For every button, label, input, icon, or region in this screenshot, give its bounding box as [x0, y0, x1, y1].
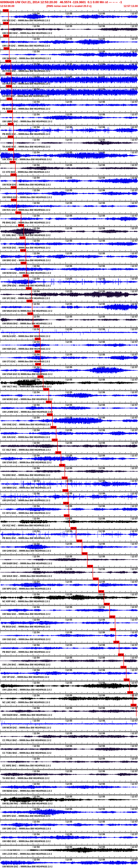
trace-row[interactable]: xT 4UW WPO EHZ -- 99999.0km BW HIGHPASS … — [0, 578, 138, 590]
pick-flag-badge[interactable]: xT 4 — [113, 641, 119, 644]
trace-row[interactable]: TA I05D BHZ -- 99999.0km BW HIGHPASS 2.0… — [0, 767, 138, 780]
trace-row[interactable]: xT 4UW SP2 BHZ -- 99999.0km BW HIGHPASS … — [0, 287, 138, 300]
trace-row[interactable]: xT 4UW BLN EHZ -- 99999.0km BW HIGHPASS … — [0, 325, 138, 338]
trace-row[interactable]: xT 4UW RRHS EHZ -- 99999.0km BW HIGHPASS… — [0, 186, 138, 199]
trace-row[interactable]: xT 4UW WA2 EHZ -- 99999.0km BW HIGHPASS … — [0, 603, 138, 616]
trace-row[interactable]: UW BPO EHZ -- 99999.0km BW HIGHPASS 2.0 … — [0, 805, 138, 817]
pick-flag-badge[interactable]: xT 4 — [55, 451, 61, 454]
pick-flag-badge[interactable]: xT 4 — [43, 388, 49, 391]
pick-flag-badge[interactable]: xT 4 — [76, 539, 82, 542]
trace-row[interactable]: xT 4PB B019 EHZ -- 99999.0km BW HIGHPASS… — [0, 616, 138, 628]
pick-flag-badge[interactable]: xT 4 — [110, 628, 116, 631]
trace-row[interactable]: xT 4UW MORO EHZ -- 99999.0km BW HIGHPASS… — [0, 388, 138, 401]
trace-row[interactable]: xT 4UW LON BHZ -- 99999.0km BW HIGHPASS … — [0, 653, 138, 666]
pick-flag-badge[interactable]: xT 4 — [27, 312, 33, 315]
trace-row[interactable]: xT 4UW JORV EHZ -- 99999.0km BW HIGHPASS… — [0, 148, 138, 161]
trace-row[interactable]: xT 4UW IONE EHZ -- 99999.0km BW HIGHPASS… — [0, 413, 138, 426]
trace-row[interactable]: xT 4UO IRO EHZ -- 99999.0km BW HIGHPASS … — [0, 85, 138, 98]
trace-row[interactable]: xT 4UW BABR BHZ -- 99999.0km BW HIGHPASS… — [0, 552, 138, 565]
trace-row[interactable]: UW LCCR HHZ -- 99999.0km BW HIGHPASS 2.0… — [0, 843, 138, 855]
pick-flag-badge[interactable]: xT 4 — [18, 224, 24, 227]
pick-flag-badge[interactable]: xT 4 — [11, 199, 16, 202]
trace-row[interactable]: xT 4UW OT3 EHZ -- 99999.0km BW HIGHPASS … — [0, 350, 138, 363]
pick-flag-badge[interactable]: xT 4 — [6, 98, 12, 100]
trace-row[interactable]: xT 4UW LVR EHZ -- 99999.0km BW HIGHPASS … — [0, 35, 138, 47]
trace-row[interactable]: xT 4PB B927 EHZ -- 99999.0km BW HIGHPASS… — [0, 641, 138, 653]
pick-flag-badge[interactable]: xT 4 — [10, 174, 16, 176]
trace-row[interactable]: xT 4UW UMPQ EHZ -- 99999.0km BW HIGHPASS… — [0, 110, 138, 123]
trace-row[interactable]: xT 4CN VGZ HHZ -- 99999.0km BW HIGHPASS … — [0, 514, 138, 527]
trace-row[interactable]: xT 4UW RCB EHZ -- 99999.0km BW HIGHPASS … — [0, 237, 138, 249]
pick-flag-badge[interactable]: xT 4 — [20, 237, 25, 239]
trace-row[interactable]: xT 4UW LKWW EHZ -- 99999.0km BW HIGHPASS… — [0, 401, 138, 413]
trace-row[interactable]: xT 4NC KRP HHZ -- 99999.0km BW HIGHPASS … — [0, 590, 138, 603]
trace-row[interactable]: xT 4UW JUN EHZ -- 99999.0km BW HIGHPASS … — [0, 426, 138, 439]
trace-row[interactable]: xT 4UW GHW EHZ -- 99999.0km BW HIGHPASS … — [0, 539, 138, 552]
trace-row[interactable]: UW BEND EHZ -- 99999.0km BW HIGHPASS 2.0… — [0, 780, 138, 792]
pick-flag-badge[interactable]: xT 4 — [34, 325, 39, 328]
pick-flag-badge[interactable]: xT 4 — [46, 401, 51, 403]
pick-flag-badge[interactable]: xT 4 — [26, 287, 32, 290]
trace-row[interactable]: xT 4PB B926 EHZ -- 99999.0km BW HIGHPASS… — [0, 123, 138, 135]
trace-row[interactable]: UW MCW EHZ -- 99999.0km BW HIGHPASS 2.0 … — [0, 716, 138, 729]
trace-row[interactable]: xT 4UW HSR EHZ -- 99999.0km BW HIGHPASS … — [0, 338, 138, 350]
pick-flag-badge[interactable]: xT 4 — [5, 60, 11, 63]
trace-row[interactable]: xT 4UW LEBA HHZ -- 99999.0km BW HIGHPASS… — [0, 679, 138, 691]
trace-row[interactable]: CC WIFE BHZ -- 99999.0km BW HIGHPASS 2.0… — [0, 754, 138, 767]
pick-flag-badge[interactable]: xT 4 — [131, 704, 136, 707]
trace-row[interactable]: UW BLOW HHZ -- 99999.0km BW HIGHPASS 2.0… — [0, 792, 138, 805]
pick-flag-badge[interactable]: xT 4 — [62, 476, 67, 479]
trace-row[interactable]: xT 4TA E05D BHZ -- 99999.0km BW HIGHPASS… — [0, 464, 138, 476]
pick-flag-badge[interactable]: xT 4 — [124, 679, 129, 681]
trace-row[interactable]: UW HBO EHZ -- 99999.0km BW HIGHPASS 2.0 … — [0, 830, 138, 843]
trace-row[interactable]: xT 4UW MJ2 EHZ -- 99999.0km BW HIGHPASS … — [0, 9, 138, 22]
trace-row[interactable]: xT 4UO FRIS EHZ -- 99999.0km BW HIGHPASS… — [0, 60, 138, 72]
pick-flag-badge[interactable]: xT 4 — [70, 527, 76, 530]
pick-flag-badge[interactable]: xT 4 — [35, 338, 40, 340]
pick-flag-badge[interactable]: xT 4 — [87, 565, 93, 568]
trace-row[interactable]: xT 4UW HEBO BHZ -- 99999.0km BW HIGHPASS… — [0, 22, 138, 35]
pick-flag-badge[interactable]: xT 4 — [3, 35, 9, 37]
pick-flag-badge[interactable]: xT 4 — [104, 603, 110, 606]
pick-flag-badge[interactable]: xT 4 — [8, 148, 14, 151]
pick-flag-badge[interactable]: xT 4 — [81, 552, 87, 555]
pick-flag-badge[interactable]: xT 4 — [6, 85, 12, 88]
trace-row[interactable]: xT 4UW BOW EHZ -- 99999.0km BW HIGHPASS … — [0, 262, 138, 274]
pick-flag-badge[interactable]: xT 4 — [118, 653, 124, 656]
pick-flag-badge[interactable]: xT 4 — [20, 249, 26, 252]
pick-flag-badge[interactable]: xT 4 — [8, 123, 13, 126]
trace-row[interactable]: CC PRLK BHZ -- 99999.0km BW HIGHPASS 2.0… — [0, 729, 138, 742]
pick-flag-badge[interactable]: xT 4 — [35, 363, 41, 366]
trace-row[interactable]: xT 4UO HUO EHZ -- 99999.0km BW HIGHPASS … — [0, 72, 138, 85]
pick-flag-badge[interactable]: xT 4 — [50, 426, 56, 429]
trace-row[interactable]: xT 4UW VIP EHZ -- 99999.0km BW HIGHPASS … — [0, 666, 138, 679]
pick-flag-badge[interactable]: xT 4 — [3, 9, 8, 12]
pick-flag-badge[interactable]: xT 4 — [52, 439, 58, 441]
trace-row[interactable]: xT 4UW STAR EHZ -- 99999.0km BW HIGHPASS… — [0, 451, 138, 464]
pick-flag-badge[interactable]: xT 4 — [15, 211, 21, 214]
trace-row[interactable]: xT 4UW RADR BHZ -- 99999.0km BW HIGHPASS… — [0, 704, 138, 716]
trace-row[interactable]: xT 4CC HIYU EHZ -- 99999.0km BW HIGHPASS… — [0, 502, 138, 515]
pick-flag-badge[interactable]: xT 4 — [120, 666, 126, 669]
pick-flag-badge[interactable]: xT 4 — [10, 161, 15, 163]
trace-row[interactable]: xT 4UW BRO EHZ -- 99999.0km BW HIGHPASS … — [0, 249, 138, 262]
pick-flag-badge[interactable]: xT 4 — [63, 502, 69, 505]
trace-row[interactable]: xT 4UW SMW EHZ -- 99999.0km BW HIGHPASS … — [0, 47, 138, 60]
trace-row[interactable]: xT 4TA A04D BHZ -- 99999.0km BW HIGHPASS… — [0, 135, 138, 148]
trace-row[interactable]: xT 4CC GIHL BHZ -- 99999.0km BW HIGHPASS… — [0, 224, 138, 237]
pick-flag-badge[interactable]: xT 4 — [64, 514, 69, 517]
trace-row[interactable]: xT 4PB B026 EHZ -- 99999.0km BW HIGHPASS… — [0, 98, 138, 110]
pick-flag-badge[interactable]: xT 4 — [37, 375, 43, 378]
trace-row[interactable]: xT 4UW STAR EHZ 01 99999.0km BW HIGHPASS… — [0, 363, 138, 376]
trace-row[interactable]: xT 4UW RVC EHZ -- 99999.0km BW HIGHPASS … — [0, 199, 138, 211]
pick-flag-badge[interactable]: xT 4 — [109, 616, 115, 618]
trace-row[interactable]: xT 4PB B941 EHZ -- 99999.0km BW HIGHPASS… — [0, 211, 138, 224]
pick-flag-badge[interactable]: xT 4 — [3, 22, 9, 25]
pick-flag-badge[interactable]: xT 4 — [59, 464, 65, 467]
trace-row[interactable]: xT 4UW NN19 EHZ 01 99999.0km BW HIGHPASS… — [0, 300, 138, 312]
pick-flag-badge[interactable]: xT 4 — [35, 350, 40, 353]
trace-row[interactable]: xT 4UW SHUK BHZ -- 99999.0km BW HIGHPASS… — [0, 565, 138, 578]
trace-row[interactable]: xT 4UW BRAN BHZ -- 99999.0km BW HIGHPASS… — [0, 312, 138, 325]
pick-flag-badge[interactable]: xT 4 — [4, 47, 9, 50]
pick-flag-badge[interactable]: xT 4 — [6, 72, 11, 75]
